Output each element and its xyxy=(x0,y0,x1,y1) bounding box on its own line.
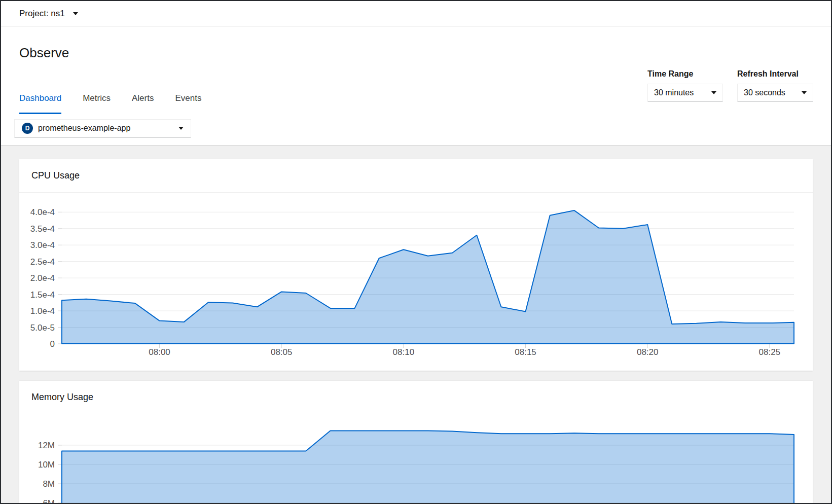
x-axis-tick-label: 08:10 xyxy=(393,347,415,357)
cpu-usage-card: CPU Usage 4.0e-43.5e-43.0e-42.5e-42.0e-4… xyxy=(19,159,813,371)
caret-down-icon xyxy=(178,127,184,130)
resource-name: prometheus-example-app xyxy=(38,124,130,133)
tab-metrics[interactable]: Metrics xyxy=(83,93,111,114)
y-axis-tick-label: 5.0e-5 xyxy=(30,323,55,333)
cpu-usage-card-title: CPU Usage xyxy=(19,159,813,193)
x-axis-tick-label: 08:25 xyxy=(759,347,781,357)
y-axis-tick-label: 3.5e-4 xyxy=(30,224,55,234)
filter-bar: D prometheus-example-app xyxy=(1,114,831,145)
area-series xyxy=(62,431,794,503)
y-axis-tick-label: 1.5e-4 xyxy=(30,290,55,300)
y-axis-tick-label: 8M xyxy=(43,479,55,489)
y-axis-tick-label: 3.0e-4 xyxy=(30,240,55,250)
x-axis-tick-label: 08:00 xyxy=(149,347,170,357)
x-axis-tick-label: 08:05 xyxy=(271,347,293,357)
observe-tabs: Dashboard Metrics Alerts Events xyxy=(1,93,831,115)
tab-alerts[interactable]: Alerts xyxy=(132,93,154,114)
y-axis-tick-label: 12M xyxy=(38,441,55,450)
caret-down-icon xyxy=(73,12,78,15)
project-switcher-dropdown[interactable]: Project: ns1 xyxy=(19,9,78,19)
tab-events[interactable]: Events xyxy=(175,93,201,114)
page-header: Observe Time Range 30 minutes Refresh In… xyxy=(1,27,831,146)
area-series xyxy=(62,210,794,344)
project-switcher-label: Project: ns1 xyxy=(19,9,65,19)
y-axis-tick-label: 4.0e-4 xyxy=(30,207,55,217)
tab-dashboard[interactable]: Dashboard xyxy=(19,93,61,114)
refresh-interval-label: Refresh Interval xyxy=(737,69,813,79)
dashboard-body: CPU Usage 4.0e-43.5e-43.0e-42.5e-42.0e-4… xyxy=(1,146,831,503)
time-range-label: Time Range xyxy=(647,69,723,79)
x-axis-tick-label: 08:15 xyxy=(515,347,536,357)
cpu-usage-chart: 4.0e-43.5e-43.0e-42.5e-42.0e-41.5e-41.0e… xyxy=(19,193,813,365)
app-window: Project: ns1 Observe Time Range 30 minut… xyxy=(0,0,832,504)
y-axis-tick-label: 2.5e-4 xyxy=(30,257,55,267)
page-title: Observe xyxy=(19,45,69,61)
y-axis-tick-label: 2.0e-4 xyxy=(30,273,55,283)
memory-usage-chart: 12M10M8M6M xyxy=(19,414,813,503)
masthead: Project: ns1 xyxy=(1,1,831,26)
x-axis-tick-label: 08:20 xyxy=(637,347,659,357)
y-axis-tick-label: 6M xyxy=(43,498,55,503)
deployment-badge-icon: D xyxy=(22,123,33,134)
memory-usage-card-title: Memory Usage xyxy=(19,381,813,414)
resource-dropdown[interactable]: D prometheus-example-app xyxy=(14,119,191,137)
y-axis-tick-label: 1.0e-4 xyxy=(30,306,55,316)
y-axis-tick-label: 0 xyxy=(50,339,55,349)
memory-usage-card: Memory Usage 12M10M8M6M xyxy=(19,381,813,503)
y-axis-tick-label: 10M xyxy=(38,460,55,470)
